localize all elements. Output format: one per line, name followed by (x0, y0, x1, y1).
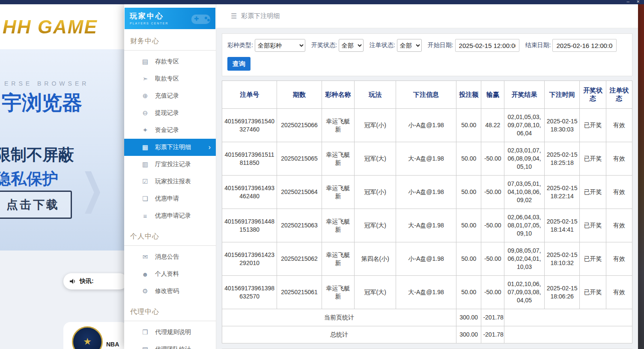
cell-draw-result: 07,03,05,01,04,10,08,06,09,02 (504, 176, 545, 209)
order-status-select[interactable]: 全部 (397, 39, 422, 52)
deposit-zone-icon: ▤ (141, 58, 149, 66)
cell-draw-result: 09,08,05,07,06,02,04,01,10,03 (504, 242, 545, 276)
download-button[interactable]: 点击下载 (0, 191, 72, 219)
summary-label: 当前页统计 (222, 309, 456, 326)
sidebar-item-withdrawal-records[interactable]: ⊖提现记录 (124, 104, 216, 122)
withdrawal-records-icon: ⊖ (141, 109, 149, 117)
summary-bet-amount: 300.00 (456, 309, 481, 326)
site-header: HH GAME (0, 4, 124, 49)
cell-play: 冠军(大) (355, 276, 396, 309)
cell-period: 20250215064 (277, 176, 322, 209)
search-button[interactable]: 查询 (227, 57, 250, 71)
sidebar-item-label: 代理团队统计 (155, 346, 191, 349)
lottery-type-select[interactable]: 全部彩种 (255, 39, 305, 52)
cell-bet-time: 2025-02-15 18:10:32 (544, 242, 579, 276)
cell-win-loss: -50.00 (481, 209, 504, 242)
sidebar-item-player-bet-report[interactable]: ☑玩家投注报表 (124, 173, 216, 190)
cell-win-loss: -50.00 (481, 142, 504, 176)
start-date-input[interactable] (455, 39, 519, 52)
sidebar-item-funds-records[interactable]: ✦资金记录 (124, 122, 216, 139)
sidebar-sections: 财务中心▤存款专区➣取款专区⊕充值记录⊖提现记录✦资金记录▦彩票下注明细›▥厅室… (124, 29, 216, 349)
table-row: 40156917396154032746020250215066幸运飞艇新冠军(… (222, 109, 632, 142)
background-page: HH GAME ERSE BROWSER 宇浏览器 限制不屏蔽 隐私保护 点击下… (0, 4, 124, 349)
bet-details-table: 注单号期数彩种名称玩法下注信息投注额输赢开奖结果下注时间开奖状态注单状态 401… (222, 81, 632, 343)
withdraw-zone-icon: ➣ (141, 75, 149, 83)
sidebar: 玩家中心 PLAYERS CENTER 财务中心▤存款专区➣取款专区⊕充值记录⊖… (124, 4, 216, 349)
content-body: 彩种类型: 全部彩种 开奖状态: 全部 注单状态: 全部 开始日期: (216, 28, 638, 349)
cell-order-no: 401569173961448151380 (222, 209, 277, 242)
draw-status-select[interactable]: 全部 (339, 39, 364, 52)
banner-line1: 限制不屏蔽 (0, 144, 74, 166)
cell-win-loss: -50.00 (481, 176, 504, 209)
cell-lottery-name: 幸运飞艇新 (322, 242, 355, 276)
cell-win-loss: 48.22 (481, 109, 504, 142)
col-header-bet-amount: 投注额 (456, 81, 481, 109)
sidebar-item-change-password[interactable]: ⚙修改密码 (124, 283, 216, 300)
table-header-row: 注单号期数彩种名称玩法下注信息投注额输赢开奖结果下注时间开奖状态注单状态 (222, 81, 632, 109)
cell-draw-status: 已开奖 (580, 209, 606, 242)
cell-bet-amount: 50.00 (456, 176, 481, 209)
close-icon[interactable]: ✕ (636, 0, 640, 4)
end-date-input[interactable] (552, 39, 617, 52)
sidebar-item-label: 优惠申请 (155, 195, 179, 203)
sidebar-item-promo-apply[interactable]: ❏优惠申请 (124, 190, 216, 207)
cell-lottery-name: 幸运飞艇新 (322, 176, 355, 209)
sidebar-item-agent-team-stats[interactable]: ▧代理团队统计 (124, 341, 216, 349)
col-header-draw-status: 开奖状态 (580, 81, 606, 109)
sidebar-section-title: 财务中心 (124, 29, 216, 51)
sidebar-item-label: 资金记录 (155, 126, 179, 134)
lottery-type-label: 彩种类型: (227, 42, 253, 49)
sidebar-item-withdraw-zone[interactable]: ➣取款专区 (124, 70, 216, 87)
col-header-win-loss: 输赢 (481, 81, 504, 109)
sidebar-item-promo-apply-records[interactable]: ≡优惠申请记录 (124, 207, 216, 224)
col-header-order-no: 注单号 (222, 81, 277, 109)
summary-label: 总统计 (222, 326, 456, 343)
sidebar-item-deposit-zone[interactable]: ▤存款专区 (124, 53, 216, 70)
sidebar-item-recharge-records[interactable]: ⊕充值记录 (124, 87, 216, 104)
main-content: ☰ 彩票下注明细 彩种类型: 全部彩种 开奖状态: 全部 注单 (216, 4, 638, 349)
player-bet-report-icon: ☑ (141, 178, 149, 185)
lottery-bet-details-icon: ▦ (141, 143, 149, 151)
sidebar-header: 玩家中心 PLAYERS CENTER (125, 8, 215, 29)
draw-status-label: 开奖状态: (311, 42, 337, 49)
cell-lottery-name: 幸运飞艇新 (322, 109, 355, 142)
sidebar-item-agent-rules[interactable]: ❒代理规则说明 (124, 324, 216, 341)
col-header-draw-result: 开奖结果 (504, 81, 545, 109)
sidebar-item-personal-profile[interactable]: ☻个人资料 (124, 265, 216, 283)
page-summary-row: 当前页统计300.00-201.78 (222, 309, 632, 326)
cell-bet-info: 小-A盘@1.98 (396, 176, 456, 209)
sidebar-item-lottery-bet-details[interactable]: ▦彩票下注明细› (124, 139, 216, 156)
cell-order-status: 有效 (606, 142, 632, 176)
cell-draw-status: 已开奖 (580, 176, 606, 209)
sidebar-item-label: 修改密码 (155, 287, 179, 295)
chevron-right-icon: › (209, 143, 211, 151)
cell-bet-amount: 50.00 (456, 109, 481, 142)
sidebar-item-label: 存款专区 (155, 58, 179, 66)
sidebar-item-message-announcements[interactable]: ✉消息公告 (124, 248, 216, 265)
cell-bet-info: 小-A盘@1.98 (396, 109, 456, 142)
order-status-label: 注单状态: (370, 42, 395, 49)
cell-draw-result: 02,06,04,03,08,01,07,05,09,10 (504, 209, 545, 242)
cell-play: 第四名(小) (355, 242, 396, 276)
cell-bet-amount: 50.00 (456, 276, 481, 309)
players-center-panel: 玩家中心 PLAYERS CENTER 财务中心▤存款专区➣取款专区⊕充值记录⊖… (124, 4, 638, 349)
cell-bet-time: 2025-02-15 18:06:26 (544, 276, 579, 309)
agent-team-stats-icon: ▧ (141, 346, 149, 349)
sidebar-item-label: 玩家投注报表 (155, 178, 191, 185)
news-ticker[interactable]: 快讯: (63, 273, 128, 289)
col-header-period: 期数 (277, 81, 322, 109)
cell-order-status: 有效 (606, 276, 632, 309)
sidebar-item-label: 取款专区 (155, 75, 179, 83)
speaker-icon (69, 278, 76, 285)
cell-order-status: 有效 (606, 109, 632, 142)
promo-banner: ERSE BROWSER 宇浏览器 限制不屏蔽 隐私保护 点击下载 ❯ (0, 49, 124, 251)
sidebar-section-title: 个人中心 (124, 224, 216, 246)
menu-icon[interactable]: ☰ (231, 12, 237, 20)
table-row: 40156917396151181185020250215065幸运飞艇新冠军(… (222, 142, 632, 176)
minimize-icon[interactable]: ─ (627, 0, 629, 4)
sidebar-item-hall-bet-records[interactable]: ▥厅室投注记录 (124, 156, 216, 173)
recharge-records-icon: ⊕ (141, 92, 149, 100)
banner-tagline: ERSE BROWSER (4, 80, 89, 87)
cell-bet-info: 小-A盘@1.98 (396, 242, 456, 276)
cell-bet-info: 大-A盘@1.98 (396, 276, 456, 309)
